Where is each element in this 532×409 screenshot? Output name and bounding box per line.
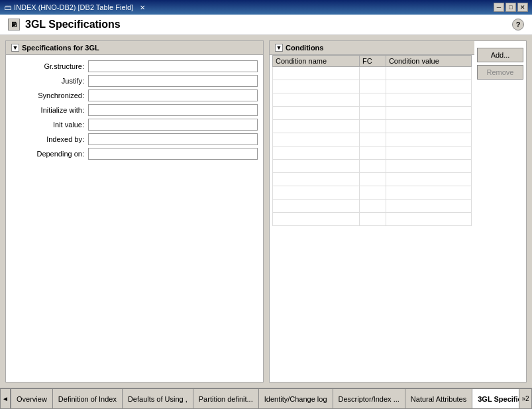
table-row: [273, 93, 472, 107]
form-label-5: Indexed by:: [11, 135, 84, 143]
conditions-area: ▼ Conditions Condition name FC Condition…: [270, 41, 474, 382]
add-button[interactable]: Add...: [477, 48, 523, 62]
left-panel-title: Specifications for 3GL: [22, 44, 99, 52]
title-bar-controls: ─ □ ✕: [494, 3, 528, 12]
bottom-tab-6[interactable]: Natural Attributes: [405, 388, 472, 409]
form-label-2: Synchronized:: [11, 91, 84, 99]
left-panel: ▼ Specifications for 3GL Gr.structure:Ju…: [5, 40, 264, 382]
form-input-4[interactable]: [88, 119, 258, 131]
conditions-table-wrap: Condition name FC Condition value: [270, 55, 474, 382]
left-panel-header: ▼ Specifications for 3GL: [6, 41, 263, 55]
close-button[interactable]: ✕: [517, 3, 528, 12]
form-label-0: Gr.structure:: [11, 62, 84, 70]
close-tab-icon[interactable]: ✕: [140, 4, 145, 11]
right-panel: ▼ Conditions Condition name FC Condition…: [269, 40, 527, 382]
bottom-tab-4[interactable]: Identity/Change log: [258, 388, 333, 409]
table-row: [273, 67, 472, 80]
table-row: [273, 133, 472, 146]
table-row: [273, 213, 472, 226]
col-condition-value: Condition value: [386, 56, 471, 67]
window-title: INDEX (HNO-DB2) [DB2 Table Field]: [14, 3, 133, 11]
table-row: [273, 173, 472, 186]
form-input-3[interactable]: [88, 104, 258, 116]
help-button[interactable]: ?: [512, 19, 524, 30]
title-bar: 🗃 INDEX (HNO-DB2) [DB2 Table Field] ✕ ─ …: [0, 0, 532, 15]
form-label-6: Depending on:: [11, 150, 84, 158]
table-row: [273, 107, 472, 120]
col-fc: FC: [359, 56, 386, 67]
form-input-0[interactable]: [88, 60, 258, 72]
form-input-6[interactable]: [88, 148, 258, 160]
table-row: [273, 186, 472, 200]
scroll-left-button[interactable]: ◄: [0, 388, 11, 409]
conditions-title: Conditions: [286, 44, 323, 52]
col-condition-name: Condition name: [273, 56, 360, 67]
bottom-tab-1[interactable]: Definition of Index: [52, 388, 122, 409]
form-label-4: Init value:: [11, 121, 84, 129]
title-bar-title-area: 🗃 INDEX (HNO-DB2) [DB2 Table Field] ✕: [4, 3, 145, 11]
window-icon: 🗃: [4, 3, 11, 11]
conditions-collapse-icon[interactable]: ▼: [275, 44, 283, 52]
maximize-button[interactable]: □: [505, 3, 516, 12]
form-label-1: Justify:: [11, 77, 84, 85]
app-header: 🖹 3GL Specifications ?: [0, 15, 532, 35]
table-row: [273, 80, 472, 93]
form-input-1[interactable]: [88, 75, 258, 87]
bottom-tab-3[interactable]: Partition definit...: [193, 388, 258, 409]
bottom-tab-7[interactable]: 3GL Specifications: [472, 388, 519, 409]
table-row: [273, 120, 472, 133]
bottom-tab-5[interactable]: Descriptor/Index ...: [333, 388, 405, 409]
form-label-3: Initialize with:: [11, 106, 84, 114]
left-panel-collapse-icon[interactable]: ▼: [11, 44, 19, 52]
form-grid: Gr.structure:Justify:Synchronized:Initia…: [6, 55, 263, 165]
main-content: ▼ Specifications for 3GL Gr.structure:Ju…: [0, 35, 532, 388]
bottom-tab-bar: ◄ OverviewDefinition of IndexDefaults of…: [0, 388, 532, 409]
conditions-table: Condition name FC Condition value: [272, 55, 472, 226]
form-input-5[interactable]: [88, 133, 258, 145]
app-title: 3GL Specifications: [25, 19, 121, 30]
conditions-header: ▼ Conditions: [270, 41, 474, 55]
bottom-tab-2[interactable]: Defaults of Using ,: [122, 388, 193, 409]
table-row: [273, 160, 472, 173]
conditions-buttons: Add... Remove: [474, 41, 526, 382]
remove-button[interactable]: Remove: [477, 65, 523, 80]
table-row: [273, 200, 472, 213]
form-input-2[interactable]: [88, 89, 258, 101]
app-title-icon: 🖹: [8, 19, 20, 30]
more-tabs-button[interactable]: »2: [519, 388, 532, 409]
minimize-button[interactable]: ─: [494, 3, 504, 12]
app-title-area: 🖹 3GL Specifications: [8, 19, 121, 30]
bottom-tab-0[interactable]: Overview: [11, 388, 52, 409]
table-row: [273, 146, 472, 160]
